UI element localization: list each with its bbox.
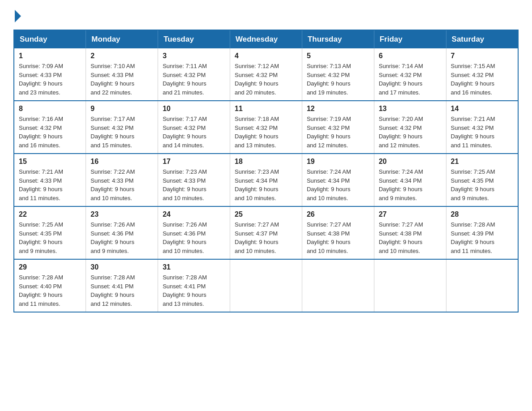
day-number: 11: [235, 105, 297, 113]
day-number: 25: [235, 210, 297, 218]
day-number: 20: [379, 158, 442, 166]
day-number: 29: [19, 263, 81, 271]
day-info: Sunrise: 7:28 AMSunset: 4:40 PMDaylight:…: [19, 273, 81, 308]
table-row: 16Sunrise: 7:22 AMSunset: 4:33 PMDayligh…: [86, 154, 158, 206]
day-info: Sunrise: 7:28 AMSunset: 4:39 PMDaylight:…: [451, 220, 513, 255]
table-row: [302, 259, 374, 312]
table-row: 9Sunrise: 7:17 AMSunset: 4:32 PMDaylight…: [86, 101, 158, 154]
table-row: 13Sunrise: 7:20 AMSunset: 4:32 PMDayligh…: [374, 101, 446, 154]
day-number: 14: [451, 105, 513, 113]
day-info: Sunrise: 7:10 AMSunset: 4:33 PMDaylight:…: [90, 62, 153, 97]
col-header-tuesday: Tuesday: [158, 30, 230, 48]
day-info: Sunrise: 7:27 AMSunset: 4:38 PMDaylight:…: [379, 220, 442, 255]
table-row: 24Sunrise: 7:26 AMSunset: 4:36 PMDayligh…: [158, 206, 230, 259]
day-number: 3: [163, 52, 225, 60]
table-row: 3Sunrise: 7:11 AMSunset: 4:32 PMDaylight…: [158, 48, 230, 101]
day-number: 21: [451, 158, 513, 166]
day-number: 30: [90, 263, 153, 271]
day-info: Sunrise: 7:17 AMSunset: 4:32 PMDaylight:…: [163, 115, 225, 150]
day-info: Sunrise: 7:20 AMSunset: 4:32 PMDaylight:…: [379, 115, 442, 150]
table-row: 10Sunrise: 7:17 AMSunset: 4:32 PMDayligh…: [158, 101, 230, 154]
col-header-monday: Monday: [86, 30, 158, 48]
day-number: 5: [307, 52, 369, 60]
day-info: Sunrise: 7:16 AMSunset: 4:32 PMDaylight:…: [19, 115, 81, 150]
table-row: 27Sunrise: 7:27 AMSunset: 4:38 PMDayligh…: [374, 206, 446, 259]
table-row: 2Sunrise: 7:10 AMSunset: 4:33 PMDaylight…: [86, 48, 158, 101]
day-info: Sunrise: 7:25 AMSunset: 4:35 PMDaylight:…: [19, 220, 81, 255]
day-info: Sunrise: 7:11 AMSunset: 4:32 PMDaylight:…: [163, 62, 225, 97]
day-info: Sunrise: 7:26 AMSunset: 4:36 PMDaylight:…: [163, 220, 225, 255]
day-info: Sunrise: 7:22 AMSunset: 4:33 PMDaylight:…: [90, 167, 153, 202]
logo-triangle-icon: [15, 10, 21, 22]
col-header-saturday: Saturday: [446, 30, 518, 48]
table-row: 18Sunrise: 7:23 AMSunset: 4:34 PMDayligh…: [230, 154, 302, 206]
day-number: 15: [19, 158, 81, 166]
day-info: Sunrise: 7:21 AMSunset: 4:33 PMDaylight:…: [19, 167, 81, 202]
day-info: Sunrise: 7:27 AMSunset: 4:38 PMDaylight:…: [307, 220, 369, 255]
day-number: 1: [19, 52, 81, 60]
table-row: 12Sunrise: 7:19 AMSunset: 4:32 PMDayligh…: [302, 101, 374, 154]
table-row: 31Sunrise: 7:28 AMSunset: 4:41 PMDayligh…: [158, 259, 230, 312]
calendar-week-row: 1Sunrise: 7:09 AMSunset: 4:33 PMDaylight…: [14, 48, 518, 101]
table-row: [374, 259, 446, 312]
table-row: 21Sunrise: 7:25 AMSunset: 4:35 PMDayligh…: [446, 154, 518, 206]
table-row: 17Sunrise: 7:23 AMSunset: 4:33 PMDayligh…: [158, 154, 230, 206]
table-row: 15Sunrise: 7:21 AMSunset: 4:33 PMDayligh…: [14, 154, 86, 206]
day-number: 18: [235, 158, 297, 166]
day-info: Sunrise: 7:24 AMSunset: 4:34 PMDaylight:…: [307, 167, 369, 202]
col-header-friday: Friday: [374, 30, 446, 48]
day-info: Sunrise: 7:09 AMSunset: 4:33 PMDaylight:…: [19, 62, 81, 97]
table-row: 7Sunrise: 7:15 AMSunset: 4:32 PMDaylight…: [446, 48, 518, 101]
day-info: Sunrise: 7:12 AMSunset: 4:32 PMDaylight:…: [235, 62, 297, 97]
day-number: 27: [379, 210, 442, 218]
calendar-week-row: 15Sunrise: 7:21 AMSunset: 4:33 PMDayligh…: [14, 154, 518, 206]
table-row: 23Sunrise: 7:26 AMSunset: 4:36 PMDayligh…: [86, 206, 158, 259]
logo: [13, 9, 21, 21]
day-number: 12: [307, 105, 369, 113]
day-number: 31: [163, 263, 225, 271]
day-number: 2: [90, 52, 153, 60]
day-number: 22: [19, 210, 81, 218]
day-info: Sunrise: 7:14 AMSunset: 4:32 PMDaylight:…: [379, 62, 442, 97]
day-info: Sunrise: 7:28 AMSunset: 4:41 PMDaylight:…: [90, 273, 153, 308]
day-number: 16: [90, 158, 153, 166]
table-row: 14Sunrise: 7:21 AMSunset: 4:32 PMDayligh…: [446, 101, 518, 154]
table-row: 6Sunrise: 7:14 AMSunset: 4:32 PMDaylight…: [374, 48, 446, 101]
day-number: 24: [163, 210, 225, 218]
day-info: Sunrise: 7:27 AMSunset: 4:37 PMDaylight:…: [235, 220, 297, 255]
table-row: 25Sunrise: 7:27 AMSunset: 4:37 PMDayligh…: [230, 206, 302, 259]
day-number: 8: [19, 105, 81, 113]
table-row: 26Sunrise: 7:27 AMSunset: 4:38 PMDayligh…: [302, 206, 374, 259]
table-row: 1Sunrise: 7:09 AMSunset: 4:33 PMDaylight…: [14, 48, 86, 101]
table-row: 20Sunrise: 7:24 AMSunset: 4:34 PMDayligh…: [374, 154, 446, 206]
table-row: 4Sunrise: 7:12 AMSunset: 4:32 PMDaylight…: [230, 48, 302, 101]
day-info: Sunrise: 7:24 AMSunset: 4:34 PMDaylight:…: [379, 167, 442, 202]
day-number: 28: [451, 210, 513, 218]
page-header: [13, 9, 519, 21]
col-header-wednesday: Wednesday: [230, 30, 302, 48]
day-number: 6: [379, 52, 442, 60]
table-row: [446, 259, 518, 312]
day-number: 17: [163, 158, 225, 166]
day-number: 13: [379, 105, 442, 113]
table-row: 29Sunrise: 7:28 AMSunset: 4:40 PMDayligh…: [14, 259, 86, 312]
table-row: 11Sunrise: 7:18 AMSunset: 4:32 PMDayligh…: [230, 101, 302, 154]
day-number: 26: [307, 210, 369, 218]
calendar-header-row: SundayMondayTuesdayWednesdayThursdayFrid…: [14, 30, 518, 48]
calendar-week-row: 8Sunrise: 7:16 AMSunset: 4:32 PMDaylight…: [14, 101, 518, 154]
day-number: 4: [235, 52, 297, 60]
table-row: 22Sunrise: 7:25 AMSunset: 4:35 PMDayligh…: [14, 206, 86, 259]
col-header-sunday: Sunday: [14, 30, 86, 48]
day-number: 9: [90, 105, 153, 113]
table-row: [230, 259, 302, 312]
table-row: 5Sunrise: 7:13 AMSunset: 4:32 PMDaylight…: [302, 48, 374, 101]
table-row: 19Sunrise: 7:24 AMSunset: 4:34 PMDayligh…: [302, 154, 374, 206]
day-info: Sunrise: 7:25 AMSunset: 4:35 PMDaylight:…: [451, 167, 513, 202]
day-info: Sunrise: 7:18 AMSunset: 4:32 PMDaylight:…: [235, 115, 297, 150]
day-number: 23: [90, 210, 153, 218]
day-info: Sunrise: 7:26 AMSunset: 4:36 PMDaylight:…: [90, 220, 153, 255]
table-row: 28Sunrise: 7:28 AMSunset: 4:39 PMDayligh…: [446, 206, 518, 259]
day-info: Sunrise: 7:17 AMSunset: 4:32 PMDaylight:…: [90, 115, 153, 150]
day-info: Sunrise: 7:23 AMSunset: 4:33 PMDaylight:…: [163, 167, 225, 202]
day-info: Sunrise: 7:19 AMSunset: 4:32 PMDaylight:…: [307, 115, 369, 150]
